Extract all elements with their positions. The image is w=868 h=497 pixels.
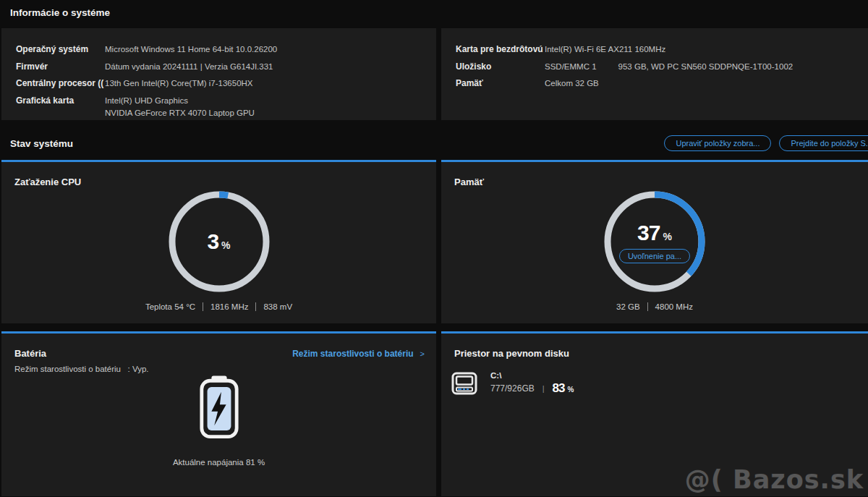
page-header: Informácie o systéme [0, 0, 868, 18]
hard-drive-icon [451, 372, 477, 398]
info-row-gpu: Grafická karta Intel(R) UHD GraphicsNVID… [16, 96, 429, 119]
drive-letter: C:\ [490, 371, 574, 380]
memory-panel: Pamäť 37% Uvoľnenie pa... 32 GB4800 MHz [441, 160, 868, 323]
edit-items-button[interactable]: Upraviť položky zobra... [664, 135, 771, 151]
chevron-right-icon: > [420, 349, 425, 358]
info-row-wireless: Karta pre bezdrôtovú Intel(R) Wi-Fi 6E A… [456, 45, 861, 55]
release-memory-button[interactable]: Uvoľnenie pa... [619, 249, 690, 263]
battery-charging-icon [198, 375, 240, 443]
info-label: Karta pre bezdrôtovú [456, 45, 545, 55]
info-value: Microsoft Windows 11 Home 64-bit 10.0.26… [105, 45, 299, 55]
memory-gauge-value: 37% Uvoľnenie pa... [604, 191, 705, 292]
section-buttons: Upraviť položky zobra... Prejdite do pol… [664, 135, 868, 151]
section-title: Stav systému [10, 138, 73, 149]
info-row-storage: Úložisko SSD/EMMC 1953 GB, WD PC SN560 S… [456, 62, 861, 72]
info-label: Centrálny procesor (( [16, 79, 105, 89]
battery-power-caption: Aktuálne napájania 81 % [1, 458, 436, 467]
info-label: Operačný systém [16, 45, 105, 55]
page-title: Informácie o systéme [10, 7, 858, 18]
info-label: Firmvér [16, 62, 105, 72]
info-value: Intel(R) UHD GraphicsNVIDIA GeForce RTX … [105, 96, 255, 119]
info-value: 13th Gen Intel(R) Core(TM) i7-13650HX [105, 79, 275, 89]
info-row-cpu: Centrálny procesor (( 13th Gen Intel(R) … [16, 79, 429, 89]
goto-settings-button[interactable]: Prejdite do položky S... [779, 135, 868, 151]
system-status-header: Stav systému Upraviť položky zobra... Pr… [0, 135, 868, 152]
disk-usage: 777/926GB [490, 383, 535, 394]
cpu-load-panel: Zaťaženie CPU 3% Teplota 54 °C1816 MHz83… [1, 160, 436, 323]
info-value: SSD/EMMC 1953 GB, WD PC SN560 SDDPNQE-1T… [545, 62, 793, 72]
system-info-left: Operačný systém Microsoft Windows 11 Hom… [1, 28, 436, 120]
cpu-panel-title: Zaťaženie CPU [14, 177, 81, 187]
info-row-memory: Pamäť Celkom 32 GB [456, 79, 861, 89]
disk-space-panel: Priestor na pevnom disku C:\ 777/926GB |… [441, 331, 868, 496]
info-value: Celkom 32 GB [545, 79, 621, 89]
battery-panel: Batéria Režim starostlivosti o batériu :… [1, 331, 436, 496]
memory-gauge: 37% Uvoľnenie pa... [604, 191, 705, 292]
cpu-gauge: 3% [169, 191, 270, 292]
memory-panel-title: Pamäť [454, 177, 484, 187]
battery-care-status: Režim starostlivosti o batériu : Vyp. [14, 365, 149, 373]
disk-percent: 83% [553, 381, 574, 396]
info-row-firmware: Firmvér Dátum vydania 20241111 | Verzia … [16, 62, 429, 72]
battery-panel-title: Batéria [14, 348, 46, 359]
divider: | [542, 384, 545, 393]
cpu-stats-caption: Teplota 54 °C1816 MHz838 mV [1, 302, 436, 311]
info-row-os: Operačný systém Microsoft Windows 11 Hom… [16, 45, 429, 55]
info-value: Intel(R) Wi-Fi 6E AX211 160MHz [545, 45, 687, 55]
battery-care-link[interactable]: Režim starostlivosti o batériu> [292, 349, 425, 359]
system-info-right: Karta pre bezdrôtovú Intel(R) Wi-Fi 6E A… [441, 28, 868, 120]
info-label: Úložisko [456, 62, 545, 72]
cpu-gauge-value: 3% [169, 191, 270, 292]
info-label: Pamäť [456, 79, 545, 89]
info-label: Grafická karta [16, 96, 105, 119]
disk-drive-info: C:\ 777/926GB | 83% [490, 371, 574, 396]
system-info-card: Operačný systém Microsoft Windows 11 Hom… [1, 28, 868, 120]
disk-panel-title: Priestor na pevnom disku [454, 348, 569, 359]
disk-drive-row: C:\ 777/926GB | 83% [451, 371, 574, 398]
status-panel-grid: Zaťaženie CPU 3% Teplota 54 °C1816 MHz83… [1, 160, 868, 496]
memory-stats-caption: 32 GB4800 MHz [441, 302, 868, 311]
info-value: Dátum vydania 20241111 | Verzia G614JI.3… [105, 62, 295, 72]
